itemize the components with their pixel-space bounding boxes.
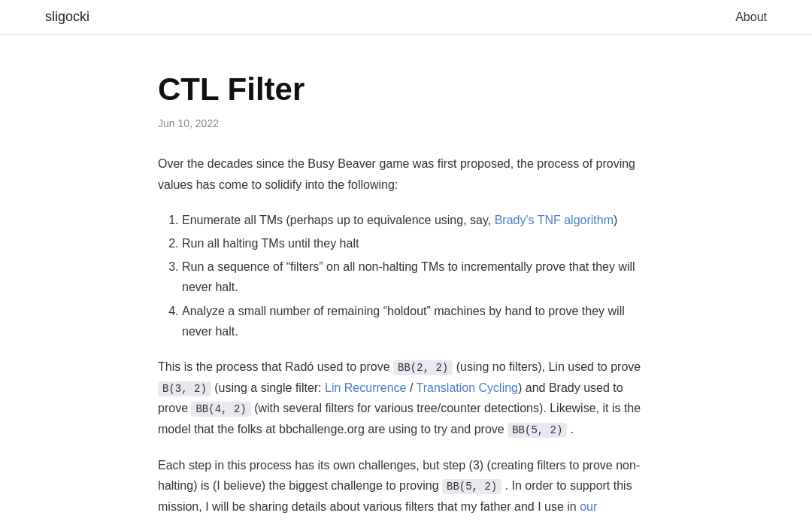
process-list: Enumerate all TMs (perhaps up to equival… (158, 210, 654, 341)
code-bb52-2: BB(5, 2) (442, 479, 501, 494)
paragraph2: This is the process that Radó used to pr… (158, 357, 654, 440)
list-item-4: Analyze a small number of remaining “hol… (182, 301, 654, 341)
p2-end: . (567, 423, 574, 436)
list-item-2: Run all halting TMs until they halt (182, 233, 654, 253)
main-content: CTL Filter Jun 10, 2022 Over the decades… (113, 35, 699, 522)
code-bb52: BB(5, 2) (508, 423, 567, 438)
lin-recurrence-link[interactable]: Lin Recurrence (325, 381, 407, 394)
post-date: Jun 10, 2022 (158, 117, 654, 129)
list-item-1-after: ) (614, 214, 617, 226)
intro-paragraph: Over the decades since the Busy Beaver g… (158, 153, 654, 194)
list-item-1-before: Enumerate all TMs (perhaps up to equival… (182, 214, 495, 226)
code-bb42: BB(4, 2) (191, 402, 250, 417)
brady-tnf-link[interactable]: Brady's TNF algorithm (495, 214, 614, 226)
site-title[interactable]: sligocki (45, 9, 89, 25)
translation-cycling-link[interactable]: Translation Cycling (417, 381, 518, 394)
list-item-1: Enumerate all TMs (perhaps up to equival… (182, 210, 654, 230)
paragraph3: Each step in this process has its own ch… (158, 455, 654, 522)
site-header: sligocki About (0, 0, 812, 35)
post-body: Over the decades since the Busy Beaver g… (158, 153, 654, 522)
code-bb22: BB(2, 2) (393, 360, 453, 375)
p2-slash: / (407, 381, 417, 394)
code-b32: B(3, 2) (158, 381, 211, 396)
p2-mid2: (using a single filter: (211, 381, 325, 394)
post-title: CTL Filter (158, 71, 654, 108)
intro-text: Over the decades since the Busy Beaver g… (158, 157, 635, 190)
p2-mid1: (using no filters), Lin used to prove (453, 360, 641, 373)
p2-before: This is the process that Radó used to pr… (158, 360, 393, 373)
nav-about-link[interactable]: About (735, 11, 767, 24)
list-item-3: Run a sequence of “filters” on all non-h… (182, 256, 654, 297)
